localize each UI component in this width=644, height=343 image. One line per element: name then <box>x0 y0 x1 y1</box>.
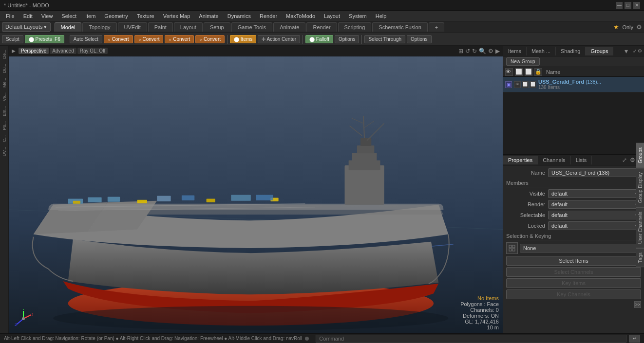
selectable-dropdown[interactable]: default ▾ <box>548 211 641 219</box>
side-tab-tags[interactable]: Tags <box>636 248 644 267</box>
viewport-toggle[interactable]: ▶ <box>12 48 16 54</box>
only-label[interactable]: Only <box>622 24 633 30</box>
options-button-2[interactable]: Options <box>407 35 431 43</box>
rp-expand-icon[interactable]: ⤢ <box>633 48 637 54</box>
options-button-1[interactable]: Options <box>335 35 359 43</box>
key-channels-button[interactable]: Key Channels <box>506 289 641 299</box>
left-tool-c[interactable]: C... <box>1 133 8 144</box>
props-tab-properties[interactable]: Properties <box>503 156 538 164</box>
menu-item[interactable]: Item <box>81 12 99 20</box>
vp-icon-5[interactable]: ▶ <box>495 48 500 54</box>
presets-button[interactable]: ⬤ Presets F6 <box>25 35 64 43</box>
tab-game-tools[interactable]: Game Tools <box>231 22 273 32</box>
convert-button-3[interactable]: ⬦ Convert <box>165 35 194 43</box>
ray-gl-label[interactable]: Ray GL: Off <box>77 48 108 54</box>
command-submit-button[interactable]: ↵ <box>629 335 640 343</box>
locked-dropdown[interactable]: default ▾ <box>548 221 641 230</box>
command-input[interactable] <box>316 335 626 343</box>
key-items-button[interactable]: Key Items <box>506 278 641 288</box>
side-tab-group-display[interactable]: Group Display <box>636 168 644 207</box>
menu-layout[interactable]: Layout <box>320 12 344 20</box>
close-button[interactable]: ✕ <box>633 2 640 9</box>
menu-edit[interactable]: Edit <box>19 12 37 20</box>
render-dropdown[interactable]: default ▾ <box>548 200 641 209</box>
tab-topology[interactable]: Topology <box>82 22 116 32</box>
left-tool-po[interactable]: Po... <box>1 119 8 132</box>
minimize-button[interactable]: — <box>616 2 623 9</box>
menu-texture[interactable]: Texture <box>133 12 158 20</box>
expand-button[interactable]: >> <box>634 301 641 308</box>
rp-tab-groups[interactable]: Groups <box>586 47 613 55</box>
vp-icon-2[interactable]: ↺ <box>465 48 470 54</box>
menu-maxtomodo[interactable]: MaxToModo <box>282 12 319 20</box>
menu-dynamics[interactable]: Dynamics <box>224 12 255 20</box>
side-tab-groups[interactable]: Groups <box>636 143 644 168</box>
vp-icon-search[interactable]: 🔍 <box>479 48 486 54</box>
rp-tab-mesh[interactable]: Mesh ... <box>527 47 556 55</box>
convert-button-1[interactable]: ⬦ Convert <box>104 35 133 43</box>
props-settings-icon[interactable]: ⚙ <box>630 157 635 163</box>
tab-animate[interactable]: Animate <box>273 22 305 32</box>
menu-vertex-map[interactable]: Vertex Map <box>159 12 194 20</box>
list-icon-2[interactable]: ⬜ <box>515 68 523 76</box>
list-icon-1[interactable]: 👁 <box>505 68 513 76</box>
convert-button-4[interactable]: ⬦ Convert <box>195 35 225 43</box>
menu-system[interactable]: System <box>345 12 371 20</box>
menu-select[interactable]: Select <box>57 12 80 20</box>
convert-button-2[interactable]: ⬦ Convert <box>134 35 164 43</box>
list-icon-4[interactable]: 🔒 <box>534 68 542 76</box>
group-row-gerald-ford[interactable]: ▣ 👁 ⬜ ⬜ USS_Gerald_Ford (138)... 136 Ite… <box>503 77 644 92</box>
tab-model[interactable]: Model <box>55 22 82 32</box>
left-tool-de[interactable]: De... <box>1 48 8 61</box>
groups-list[interactable]: ▣ 👁 ⬜ ⬜ USS_Gerald_Ford (138)... 136 Ite… <box>503 77 644 155</box>
maximize-button[interactable]: □ <box>625 2 631 9</box>
falloff-button[interactable]: ⬤ Falloff <box>305 35 333 43</box>
props-expand-icon[interactable]: ⤢ <box>622 157 627 163</box>
layout-dropdown[interactable]: Default Layouts ▾ <box>2 22 51 32</box>
rp-tab-items[interactable]: Items <box>503 47 527 55</box>
list-icon-3[interactable]: ⬜ <box>525 68 532 76</box>
left-tool-me[interactable]: Me... <box>1 76 8 90</box>
menu-help[interactable]: Help <box>372 12 391 20</box>
action-center-button[interactable]: ✛ Action Center <box>258 35 300 43</box>
group-vis-icon[interactable]: 👁 <box>514 81 521 88</box>
auto-select-button[interactable]: Auto Select <box>70 35 102 43</box>
menu-geometry[interactable]: Geometry <box>100 12 132 20</box>
settings-icon[interactable]: ⚙ <box>636 23 642 31</box>
menu-view[interactable]: View <box>38 12 57 20</box>
select-through-button[interactable]: Select Through <box>364 35 405 43</box>
rp-settings-icon[interactable]: ⚙ <box>638 48 642 54</box>
viewport[interactable]: ▶ Perspective Advanced Ray GL: Off ⊞ ↺ ↻… <box>9 46 503 333</box>
vp-icon-3[interactable]: ↻ <box>472 48 477 54</box>
left-tool-du[interactable]: Du... <box>1 62 8 75</box>
group-icon-2[interactable]: ⬜ <box>522 81 529 88</box>
vp-icon-4[interactable]: ⚙ <box>488 48 493 54</box>
rp-tab-add[interactable]: ▾ <box>622 47 631 55</box>
sculpt-button[interactable]: Sculpt <box>2 35 23 43</box>
menu-animate[interactable]: Animate <box>195 12 222 20</box>
visible-dropdown[interactable]: default ▾ <box>548 189 641 198</box>
tab-scripting[interactable]: Scripting <box>338 22 372 32</box>
tab-layout[interactable]: Layout <box>174 22 203 32</box>
tab-paint[interactable]: Paint <box>148 22 173 32</box>
select-channels-button[interactable]: Select Channels <box>506 267 641 277</box>
rp-tab-shading[interactable]: Shading <box>556 47 586 55</box>
tab-render[interactable]: Render <box>306 22 337 32</box>
menu-render[interactable]: Render <box>256 12 281 20</box>
left-tool-ve[interactable]: Ve... <box>1 90 8 103</box>
side-tab-user-channels[interactable]: User Channels <box>636 207 644 248</box>
tab-uvedit[interactable]: UVEdit <box>118 22 147 32</box>
advanced-label[interactable]: Advanced <box>50 48 76 54</box>
menu-file[interactable]: File <box>2 12 19 20</box>
perspective-label[interactable]: Perspective <box>19 48 49 54</box>
items-button[interactable]: ⬤ Items <box>230 35 256 43</box>
select-items-button[interactable]: Select Items <box>506 256 641 266</box>
left-tool-uv[interactable]: UV... <box>1 145 8 158</box>
props-tab-channels[interactable]: Channels <box>538 156 570 164</box>
name-input[interactable] <box>548 168 641 177</box>
new-group-button[interactable]: New Group <box>506 57 540 66</box>
tab-schematic[interactable]: Schematic Fusion <box>372 22 427 32</box>
props-tab-lists[interactable]: Lists <box>571 156 592 164</box>
vp-icon-1[interactable]: ⊞ <box>458 48 463 54</box>
left-tool-em[interactable]: Em... <box>1 104 8 118</box>
